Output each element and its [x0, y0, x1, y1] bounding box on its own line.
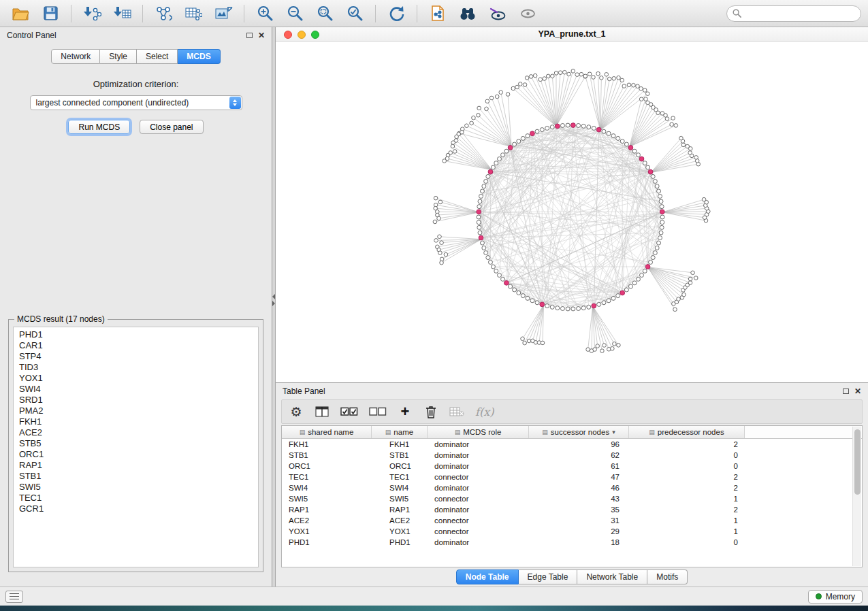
result-node-item[interactable]: ORC1 — [19, 449, 258, 460]
memory-status-icon — [816, 593, 822, 599]
desktop-background — [0, 606, 868, 611]
visibility-icon[interactable] — [514, 3, 541, 24]
minimize-window-icon[interactable] — [298, 31, 306, 39]
mcds-result-title: MCDS result (17 nodes) — [14, 314, 108, 324]
tab-network[interactable]: Network — [51, 49, 100, 64]
tab-network-table[interactable]: Network Table — [577, 569, 647, 584]
import-table-icon[interactable] — [108, 3, 135, 24]
table-row[interactable]: RAP1RAP1dominator352 — [282, 504, 862, 515]
zoom-in-icon[interactable] — [251, 3, 278, 24]
close-panel-icon[interactable]: ✕ — [258, 31, 265, 39]
zoom-selected-glyph — [347, 5, 364, 22]
network-canvas[interactable] — [276, 42, 868, 382]
zoom-out-icon[interactable] — [281, 3, 308, 24]
result-node-item[interactable]: YOX1 — [19, 373, 258, 384]
result-node-item[interactable]: TEC1 — [19, 493, 258, 503]
tab-mcds[interactable]: MCDS — [178, 49, 220, 64]
table-row[interactable]: FKH1FKH1dominator962 — [282, 439, 862, 450]
float-panel-icon[interactable] — [246, 33, 253, 38]
open-session-icon[interactable] — [7, 3, 34, 24]
table-cell: 96 — [529, 440, 629, 448]
network-share-glyph — [155, 5, 172, 22]
mcds-result-list[interactable]: PHD1CAR1STP4TID3YOX1SWI4SRD1PMA2FKH1ACE2… — [13, 327, 259, 567]
show-columns-icon[interactable] — [315, 403, 329, 420]
result-node-item[interactable]: CAR1 — [19, 340, 258, 351]
apply-layout-icon[interactable] — [383, 3, 410, 24]
save-session-icon[interactable] — [37, 3, 64, 24]
style-preview-icon[interactable] — [484, 3, 511, 24]
result-node-item[interactable]: GCR1 — [19, 503, 258, 514]
status-menu-button[interactable] — [5, 591, 23, 603]
table-scrollbar[interactable] — [852, 427, 861, 566]
result-node-item[interactable]: STB5 — [19, 438, 258, 449]
add-column-icon[interactable]: + — [398, 403, 413, 420]
zoom-window-icon[interactable] — [311, 31, 319, 39]
table-cell: FKH1 — [372, 440, 428, 448]
import-network-icon[interactable] — [78, 3, 106, 24]
network-titlebar[interactable]: YPA_prune.txt_1 — [276, 27, 868, 42]
table-row[interactable]: ACE2ACE2connector311 — [282, 515, 862, 526]
tab-edge-table[interactable]: Edge Table — [519, 569, 578, 584]
run-mcds-button[interactable]: Run MCDS — [68, 120, 130, 134]
table-row[interactable]: TEC1TEC1connector472 — [282, 472, 862, 482]
zoom-fit-icon[interactable] — [311, 3, 338, 24]
splitter-collapse-icon[interactable] — [272, 294, 275, 306]
memory-button[interactable]: Memory — [808, 590, 863, 604]
close-window-icon[interactable] — [284, 31, 292, 39]
result-node-item[interactable]: TID3 — [19, 362, 258, 373]
float-table-panel-icon[interactable] — [843, 389, 849, 394]
tab-style[interactable]: Style — [100, 49, 137, 64]
export-document-icon[interactable] — [424, 3, 451, 24]
table-row[interactable]: PHD1PHD1dominator180 — [282, 537, 862, 548]
function-builder-icon: f(x) — [475, 403, 494, 420]
column-header-shared-name[interactable]: ▤ shared name — [282, 426, 372, 438]
column-header-predecessor-nodes[interactable]: ▤ predecessor nodes — [629, 426, 745, 438]
table-row[interactable]: ORC1ORC1dominator610 — [282, 461, 862, 472]
tab-select[interactable]: Select — [137, 49, 178, 64]
result-node-item[interactable]: SWI4 — [19, 384, 258, 395]
export-image-icon[interactable] — [210, 3, 237, 24]
search-box[interactable] — [726, 5, 861, 22]
table-cell: 47 — [529, 473, 629, 481]
table-cell: 61 — [529, 462, 629, 470]
result-node-item[interactable]: STP4 — [19, 351, 258, 362]
delete-column-icon[interactable] — [423, 403, 438, 420]
column-header-name[interactable]: ▤ name — [372, 426, 428, 438]
result-node-item[interactable]: PMA2 — [19, 406, 258, 416]
result-node-item[interactable]: SRD1 — [19, 395, 258, 406]
sort-dropdown-icon[interactable]: ▾ — [612, 429, 615, 435]
result-node-item[interactable]: ACE2 — [19, 427, 258, 438]
deselect-all-icon[interactable] — [369, 403, 387, 420]
table-row[interactable]: STB1STB1dominator620 — [282, 450, 862, 461]
zoom-selected-icon[interactable] — [341, 3, 368, 24]
table-scrollbar-thumb[interactable] — [854, 429, 861, 495]
close-panel-button[interactable]: Close panel — [140, 120, 203, 134]
result-node-item[interactable]: PHD1 — [19, 329, 258, 340]
table-settings-gear-icon[interactable]: ⚙ — [289, 403, 304, 420]
tab-node-table[interactable]: Node Table — [456, 569, 519, 584]
select-all-icon[interactable] — [340, 403, 358, 420]
result-node-item[interactable]: STB1 — [19, 471, 258, 482]
network-window-title: YPA_prune.txt_1 — [538, 29, 605, 39]
criterion-dropdown[interactable]: largest connected component (undirected) — [30, 95, 242, 110]
new-table-icon[interactable] — [180, 3, 207, 24]
column-header-mcds-role[interactable]: ▤ MCDS role — [428, 426, 529, 438]
main-area: Control Panel ✕ NetworkStyleSelectMCDS O… — [0, 27, 868, 587]
find-binoculars-icon[interactable] — [454, 3, 481, 24]
result-node-item[interactable]: SWI5 — [19, 482, 258, 493]
clone-network-icon[interactable] — [150, 3, 177, 24]
criterion-dropdown-value: largest connected component (undirected) — [36, 98, 189, 108]
table-cell: SWI4 — [372, 484, 428, 492]
table-row[interactable]: YOX1YOX1connector291 — [282, 526, 862, 537]
table-cell: ACE2 — [282, 516, 372, 525]
tab-motifs[interactable]: Motifs — [647, 569, 688, 584]
close-table-panel-icon[interactable]: ✕ — [854, 387, 861, 395]
result-node-item[interactable]: RAP1 — [19, 460, 258, 471]
result-node-item[interactable]: FKH1 — [19, 416, 258, 427]
table-cell: ACE2 — [372, 516, 428, 525]
column-header-successor-nodes[interactable]: ▤ successor nodes ▾ — [529, 426, 629, 438]
column-type-icon: ▤ — [542, 429, 548, 435]
table-row[interactable]: SWI5SWI5connector431 — [282, 493, 862, 504]
search-input[interactable] — [745, 9, 855, 18]
table-row[interactable]: SWI4SWI4dominator462 — [282, 482, 862, 493]
